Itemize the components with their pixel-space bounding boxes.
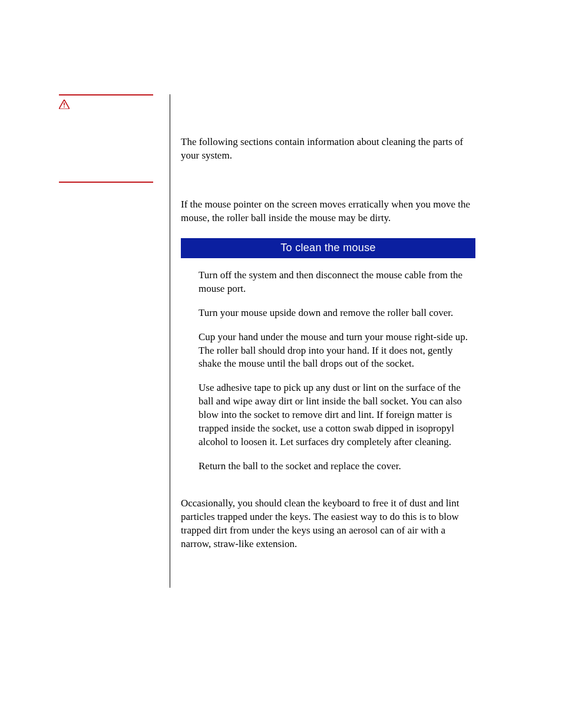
warning-icon <box>59 99 162 111</box>
procedure-banner: To clean the mouse <box>181 238 475 258</box>
step-2: Turn your mouse upside down and remove t… <box>199 307 470 320</box>
caution-rule-bottom <box>59 182 153 183</box>
procedure-steps: Turn off the system and then disconnect … <box>181 269 475 473</box>
svg-rect-1 <box>64 107 65 108</box>
step-5: Return the ball to the socket and replac… <box>199 460 470 473</box>
caution-rule-top <box>59 94 153 95</box>
intro-paragraph: The following sections contain informati… <box>181 136 475 163</box>
svg-rect-0 <box>64 103 65 106</box>
step-3: Cup your hand under the mouse and turn y… <box>199 331 470 371</box>
document-page: The following sections contain informati… <box>0 0 562 728</box>
sidebar-caution-box <box>59 94 162 183</box>
step-4: Use adhesive tape to pick up any dust or… <box>199 381 470 449</box>
step-1: Turn off the system and then disconnect … <box>199 269 470 296</box>
main-content-column: The following sections contain informati… <box>170 94 475 588</box>
keyboard-paragraph: Occasionally, you should clean the keybo… <box>181 497 475 551</box>
mouse-intro-paragraph: If the mouse pointer on the screen moves… <box>181 198 475 225</box>
